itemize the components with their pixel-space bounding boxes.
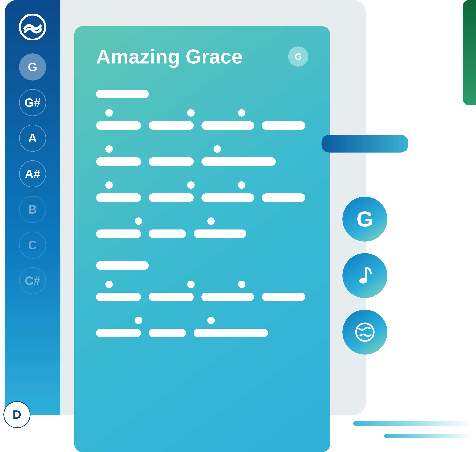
decoration-pill	[321, 135, 408, 153]
verse-section-1	[96, 90, 308, 238]
lyric-placeholder	[194, 229, 246, 238]
lyric-line	[96, 293, 308, 301]
lyric-placeholder	[149, 229, 186, 238]
lyric-placeholder	[149, 293, 194, 301]
globe-icon	[353, 320, 376, 344]
chord-dot	[187, 109, 195, 117]
song-key-badge[interactable]: G	[288, 47, 308, 66]
key-option-g-sharp[interactable]: G#	[19, 89, 46, 116]
lyric-line	[96, 121, 308, 130]
chord-dot	[187, 181, 195, 189]
chord-row	[96, 145, 308, 153]
music-note-button[interactable]	[342, 253, 387, 298]
globe-button[interactable]	[342, 310, 387, 355]
decoration-stripe	[463, 0, 476, 105]
chord-row	[96, 317, 308, 324]
lyric-placeholder	[96, 293, 141, 301]
chord-dot	[207, 217, 215, 225]
lyric-placeholder	[96, 157, 141, 166]
decoration-lines	[353, 421, 471, 438]
chord-dot	[105, 181, 113, 189]
current-key-button[interactable]: G	[342, 197, 387, 242]
section-label-placeholder	[96, 90, 149, 98]
key-option-c[interactable]: C	[19, 232, 46, 259]
lyric-placeholder	[96, 121, 141, 130]
chord-row	[96, 109, 308, 117]
chord-dot	[187, 281, 195, 288]
chord-dot	[207, 317, 215, 324]
chord-dot	[135, 217, 142, 225]
chord-dot	[105, 109, 113, 117]
lyric-placeholder	[201, 121, 254, 130]
chord-dot	[238, 181, 245, 189]
music-note-icon	[353, 264, 376, 287]
chord-row	[96, 181, 308, 189]
lyric-placeholder	[262, 293, 305, 301]
chord-row	[96, 281, 308, 288]
lyric-placeholder	[96, 329, 141, 337]
lyric-placeholder	[96, 229, 141, 238]
key-option-a[interactable]: A	[19, 125, 46, 152]
sheet-header: Amazing Grace G	[96, 45, 308, 68]
lyric-line	[96, 193, 308, 202]
key-option-a-sharp[interactable]: A#	[19, 160, 46, 187]
lyric-placeholder	[149, 329, 186, 337]
lyric-placeholder	[262, 193, 305, 202]
chord-dot	[238, 109, 245, 117]
lyric-placeholder	[194, 329, 268, 337]
lyric-placeholder	[201, 293, 254, 301]
chord-dot	[135, 317, 142, 324]
svg-point-2	[356, 323, 374, 341]
key-option-g[interactable]: G	[19, 53, 46, 80]
section-label-placeholder	[96, 261, 149, 270]
lyric-placeholder	[201, 193, 254, 202]
lyric-line	[96, 157, 308, 166]
svg-point-1	[359, 278, 367, 284]
key-sidebar: G G# A A# B C C#	[5, 0, 61, 415]
lyric-placeholder	[149, 193, 194, 202]
lyric-line	[96, 229, 308, 238]
chord-dot	[105, 281, 113, 288]
chord-sheet: Amazing Grace G	[74, 26, 330, 452]
chord-dot	[213, 145, 221, 153]
app-logo-icon[interactable]	[19, 14, 46, 40]
lyric-placeholder	[262, 121, 305, 130]
key-option-c-sharp[interactable]: C#	[19, 267, 46, 294]
lyric-placeholder	[149, 157, 194, 166]
lyric-line	[96, 329, 308, 337]
verse-section-2	[96, 261, 308, 337]
lyric-placeholder	[201, 157, 276, 166]
chord-dot	[105, 145, 113, 153]
key-option-b[interactable]: B	[19, 196, 46, 223]
key-option-d[interactable]: D	[3, 401, 31, 428]
chord-dot	[238, 281, 245, 288]
song-title: Amazing Grace	[96, 45, 243, 68]
chord-row	[96, 217, 308, 225]
lyric-placeholder	[96, 193, 141, 202]
side-button-column: G	[342, 197, 387, 355]
lyric-placeholder	[149, 121, 194, 130]
